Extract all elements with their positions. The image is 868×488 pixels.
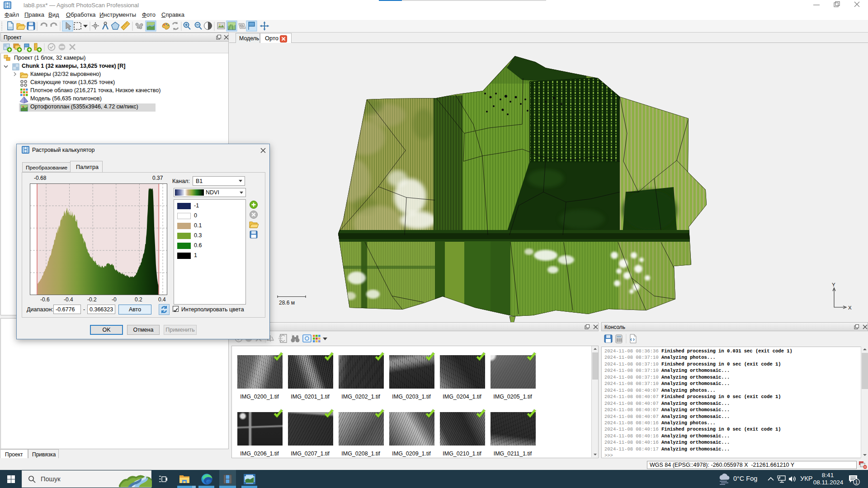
svg-text:Y: Y [832,282,835,287]
svg-text:1: 1 [855,479,858,485]
svg-text:28.6 м: 28.6 м [279,300,295,306]
svg-text:X: X [848,305,852,310]
